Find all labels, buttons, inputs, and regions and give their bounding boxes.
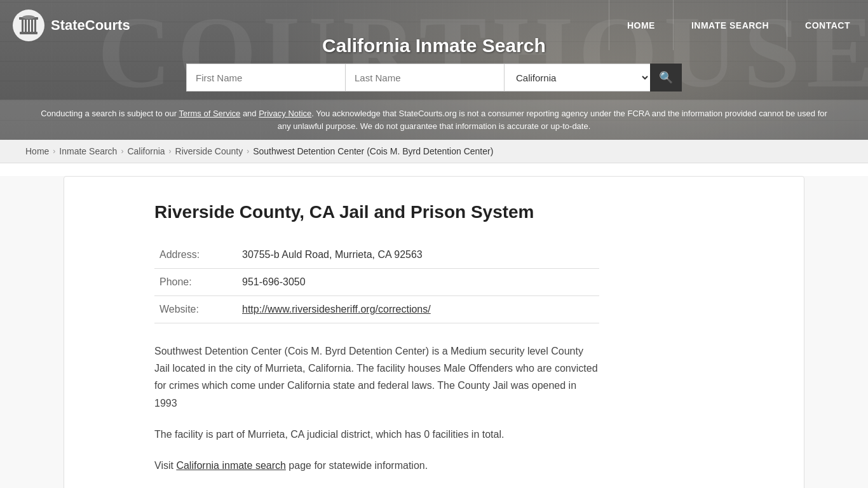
search-icon: 🔍 [659,71,673,85]
logo-area[interactable]: StateCourts [0,0,143,50]
top-navigation: HOME INMATE SEARCH CONTACT [609,0,868,50]
svg-point-7 [22,15,35,19]
disclaimer: Conducting a search is subject to our Te… [0,100,868,140]
breadcrumb-california[interactable]: California [127,146,165,156]
disclaimer-text-before: Conducting a search is subject to our [41,109,179,118]
last-name-input[interactable] [345,64,504,92]
breadcrumb-sep-3: › [169,147,172,156]
first-name-input[interactable] [186,64,345,92]
site-name: StateCourts [51,17,130,34]
breadcrumb-inmate-search[interactable]: Inmate Search [59,146,117,156]
website-label: Website: [154,296,237,323]
description-1: Southwest Detention Center (Cois M. Byrd… [154,342,599,412]
facility-info-table: Address: 30755-b Auld Road, Murrieta, CA… [154,241,599,323]
svg-rect-4 [28,20,30,32]
website-row: Website: http://www.riversidesheriff.org… [154,296,599,323]
privacy-link[interactable]: Privacy Notice [259,109,311,118]
description-3-before: Visit [154,460,176,471]
search-button[interactable]: 🔍 [650,64,682,92]
facility-title: Riverside County, CA Jail and Prison Sys… [154,202,714,222]
svg-rect-6 [34,20,36,32]
svg-rect-0 [20,32,37,34]
search-bar: Select State AlabamaAlaskaArizona Arkans… [186,64,682,92]
nav-contact[interactable]: CONTACT [787,0,868,50]
website-value: http://www.riversidesheriff.org/correcti… [237,296,599,323]
phone-label: Phone: [154,269,237,296]
breadcrumb-sep-4: › [247,147,249,156]
disclaimer-text-after: . You acknowledge that StateCourts.org i… [278,109,827,131]
address-row: Address: 30755-b Auld Road, Murrieta, CA… [154,241,599,269]
address-value: 30755-b Auld Road, Murrieta, CA 92563 [237,241,599,269]
svg-rect-5 [31,20,33,32]
nav-inmate-search[interactable]: INMATE SEARCH [673,0,787,50]
svg-rect-3 [25,20,27,32]
main-content: Riverside County, CA Jail and Prison Sys… [129,177,739,488]
state-select[interactable]: Select State AlabamaAlaskaArizona Arkans… [504,64,650,92]
header: COURTHOUSE StateCourts HOME INMATE SEARC… [0,0,868,140]
logo-icon [13,10,44,41]
website-link[interactable]: http://www.riversidesheriff.org/correcti… [242,304,431,315]
california-inmate-search-link[interactable]: California inmate search [176,460,286,471]
column-icon [17,14,40,37]
terms-link[interactable]: Terms of Service [179,109,240,118]
breadcrumb-sep-1: › [53,147,55,156]
description-3: Visit California inmate search page for … [154,457,599,474]
address-label: Address: [154,241,237,269]
breadcrumb: Home › Inmate Search › California › Rive… [0,140,868,163]
breadcrumb-home[interactable]: Home [25,146,49,156]
description-3-after: page for statewide information. [286,460,428,471]
breadcrumb-sep-2: › [121,147,123,156]
nav-home[interactable]: HOME [609,0,673,50]
svg-rect-2 [22,20,24,32]
description-2: The facility is part of Murrieta, CA jud… [154,426,599,443]
disclaimer-text-mid: and [240,109,259,118]
breadcrumb-riverside-county[interactable]: Riverside County [175,146,243,156]
phone-row: Phone: 951-696-3050 [154,269,599,296]
phone-value: 951-696-3050 [237,269,599,296]
content-box: Riverside County, CA Jail and Prison Sys… [64,176,804,488]
breadcrumb-current: Southwest Detention Center (Cois M. Byrd… [253,146,493,156]
